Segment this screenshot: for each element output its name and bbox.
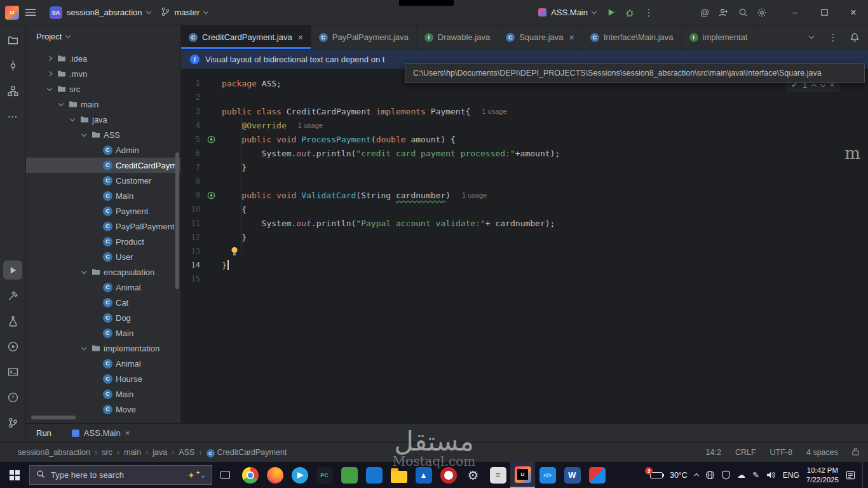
caret-position[interactable]: 14:2 <box>706 448 721 457</box>
code-line[interactable]: 13 <box>181 244 868 258</box>
run-tab[interactable]: ASS.Main × <box>68 424 133 442</box>
chevron-down-icon[interactable] <box>45 85 54 93</box>
code-line[interactable]: 2 <box>181 90 868 104</box>
code-line[interactable]: 3public class CreditCardPayment implemen… <box>181 104 868 118</box>
flask-tool-icon[interactable] <box>3 311 22 330</box>
structure-tool-icon[interactable] <box>3 81 22 100</box>
notepad-app-icon[interactable]: ≡ <box>485 462 510 488</box>
vertical-scrollbar[interactable] <box>175 152 179 289</box>
code-line[interactable]: 14} <box>181 258 868 272</box>
editor-tab[interactable]: CCreditCardPayment.java× <box>181 25 311 49</box>
intellij-app-icon[interactable]: IJ <box>510 462 535 488</box>
tree-item-implementation[interactable]: implementation <box>26 341 180 356</box>
chevron-down-icon[interactable] <box>79 344 88 353</box>
telegram-app-icon[interactable] <box>287 462 312 488</box>
code-line[interactable]: 15 <box>181 272 868 286</box>
editor-tab[interactable]: Iimplementat <box>682 25 756 49</box>
editor-tab[interactable]: CSquare.java× <box>498 25 583 49</box>
code-line[interactable]: 9 public void ValidatCard(String cardnum… <box>181 188 868 202</box>
run-tool-icon[interactable] <box>3 261 22 280</box>
breadcrumb-item[interactable]: main <box>124 448 141 457</box>
more-actions-icon[interactable]: ⋮ <box>639 3 658 22</box>
code-line[interactable]: 6 System.out.println("credit card paymen… <box>181 146 868 160</box>
code-line[interactable]: 11 System.out.println("Paypal account va… <box>181 216 868 230</box>
code-line[interactable]: 8 <box>181 174 868 188</box>
tree-item-dog[interactable]: CDog <box>26 310 180 325</box>
mentions-icon[interactable]: @ <box>695 3 714 22</box>
chevron-down-icon[interactable] <box>68 115 77 124</box>
breadcrumb-item[interactable]: CCreditCardPayment <box>207 448 287 458</box>
chevron-down-icon[interactable] <box>57 100 65 109</box>
indent-setting[interactable]: 4 spaces <box>806 448 838 457</box>
usage-hint[interactable]: 1 usage <box>298 121 323 129</box>
run-configuration-selector[interactable]: ASS.Main <box>533 5 601 20</box>
editor-tab[interactable]: CPayPalPayment.java <box>311 25 417 49</box>
tree-item-paypalpayment[interactable]: CPayPalPayment <box>26 219 180 234</box>
terminal-tool-icon[interactable] <box>3 362 22 381</box>
green-app-app-icon[interactable] <box>337 462 362 488</box>
chevron-right-icon[interactable] <box>45 54 54 63</box>
chevron-down-icon[interactable] <box>79 268 88 276</box>
build-tool-icon[interactable] <box>3 286 22 305</box>
main-menu-icon[interactable] <box>25 9 36 16</box>
usage-hint[interactable]: 1 usage <box>462 191 487 199</box>
settings-gear-icon[interactable] <box>752 3 771 22</box>
chrome-app-icon[interactable] <box>238 462 262 488</box>
tree-item-payment[interactable]: CPayment <box>26 203 180 219</box>
more-tool-icon[interactable]: ⋯ <box>3 107 22 126</box>
tree-item-encapsulation[interactable]: encapsulation <box>26 264 180 280</box>
tree-item-main[interactable]: CMain <box>26 188 180 203</box>
tree-item-main[interactable]: CMain <box>26 386 180 402</box>
usage-hint[interactable]: 1 usage <box>482 107 506 115</box>
explorer-app-icon[interactable] <box>386 462 411 488</box>
breadcrumb-item[interactable]: java <box>153 448 167 457</box>
run-panel-title[interactable]: Run <box>36 428 51 438</box>
tree-item-idea[interactable]: .idea <box>26 51 180 66</box>
tab-close-icon[interactable]: × <box>569 32 574 43</box>
code-line[interactable]: 10 { <box>181 202 868 216</box>
chevron-down-icon[interactable] <box>79 130 88 139</box>
project-selector[interactable]: SA session8_absraction <box>44 4 156 22</box>
obs-app-icon[interactable] <box>436 462 461 488</box>
tree-item-main[interactable]: main <box>26 97 180 112</box>
code-line[interactable]: 12 } <box>181 230 868 244</box>
tree-item-main[interactable]: CMain <box>26 325 180 341</box>
breadcrumb-item[interactable]: session8_absraction <box>18 448 90 457</box>
settings-app-icon[interactable]: ⚙ <box>461 462 485 488</box>
debug-button[interactable] <box>620 3 639 22</box>
line-separator[interactable]: CRLF <box>735 448 756 457</box>
project-panel-header[interactable]: Project <box>26 25 180 47</box>
tab-options-icon[interactable]: ⋮ <box>824 28 843 47</box>
implements-gutter-icon[interactable] <box>207 191 215 200</box>
notifications-bell-icon[interactable] <box>845 28 864 47</box>
search-everywhere-icon[interactable] <box>733 3 752 22</box>
clock[interactable]: 10:42 PM 7/22/2025 <box>806 466 839 485</box>
taskbar-search-input[interactable]: Type here to search ✦✦✦ <box>29 465 212 485</box>
tree-item-java[interactable]: java <box>26 112 180 127</box>
media-app-app-icon[interactable] <box>362 462 386 488</box>
tree-item-animal[interactable]: CAnimal <box>26 280 180 295</box>
language-indicator[interactable]: ENG <box>783 471 799 480</box>
horizontal-scrollbar[interactable] <box>31 416 76 419</box>
temperature-widget[interactable]: 30°C <box>670 471 688 480</box>
code-with-me-icon[interactable] <box>714 3 733 22</box>
tree-item-cat[interactable]: CCat <box>26 295 180 310</box>
hidden-icons-chevron[interactable] <box>695 472 698 478</box>
tree-item-customer[interactable]: CCustomer <box>26 173 180 188</box>
word-app-icon[interactable]: W <box>560 462 585 488</box>
code-line[interactable]: 7 } <box>181 160 868 174</box>
breadcrumb-item[interactable]: ASS <box>179 448 194 457</box>
maximize-button[interactable] <box>810 0 839 25</box>
code-editor[interactable]: ✔ 1 × m 1package ASS;23public class Cred… <box>181 69 868 423</box>
tree-item-user[interactable]: CUser <box>26 249 180 264</box>
pen-icon[interactable]: ✎ <box>752 470 759 480</box>
run-tab-close-icon[interactable]: × <box>125 428 130 438</box>
photos-app-icon[interactable]: ▲ <box>411 462 436 488</box>
volume-icon[interactable] <box>766 471 776 479</box>
close-button[interactable]: × <box>839 0 868 25</box>
tree-item-admin[interactable]: CAdmin <box>26 142 180 158</box>
hidden-tabs-chevron-icon[interactable] <box>802 28 821 47</box>
start-button[interactable] <box>0 462 29 488</box>
chevron-up-icon[interactable] <box>811 83 817 88</box>
mixed-app-app-icon[interactable] <box>585 462 609 488</box>
